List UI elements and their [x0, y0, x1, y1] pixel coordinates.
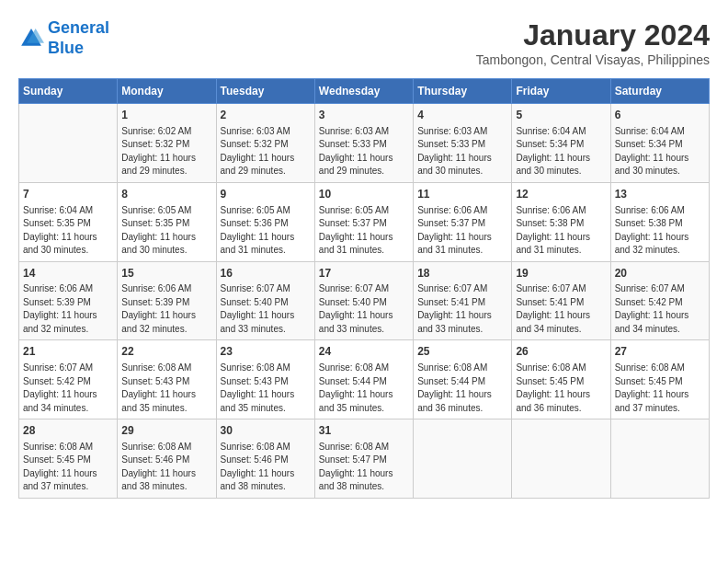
- calendar-cell: 14Sunrise: 6:06 AM Sunset: 5:39 PM Dayli…: [19, 261, 118, 340]
- day-number: 19: [516, 266, 606, 282]
- calendar-cell: 3Sunrise: 6:03 AM Sunset: 5:33 PM Daylig…: [314, 104, 413, 183]
- day-info: Sunrise: 6:07 AM Sunset: 5:40 PM Dayligh…: [221, 282, 311, 336]
- day-number: 11: [417, 187, 507, 202]
- day-info: Sunrise: 6:05 AM Sunset: 5:35 PM Dayligh…: [121, 204, 211, 258]
- calendar-cell: 5Sunrise: 6:04 AM Sunset: 5:34 PM Daylig…: [512, 104, 610, 183]
- day-number: 20: [615, 266, 705, 282]
- main-title: January 2024: [476, 18, 710, 52]
- day-number: 25: [417, 344, 507, 360]
- day-info: Sunrise: 6:08 AM Sunset: 5:45 PM Dayligh…: [516, 362, 606, 415]
- logo-text: General Blue: [48, 18, 109, 58]
- day-info: Sunrise: 6:08 AM Sunset: 5:44 PM Dayligh…: [319, 362, 409, 415]
- day-info: Sunrise: 6:08 AM Sunset: 5:44 PM Dayligh…: [417, 362, 507, 415]
- calendar-cell: 13Sunrise: 6:06 AM Sunset: 5:38 PM Dayli…: [610, 182, 709, 261]
- column-header-monday: Monday: [118, 79, 216, 104]
- day-info: Sunrise: 6:07 AM Sunset: 5:40 PM Dayligh…: [319, 282, 409, 336]
- day-number: 7: [23, 187, 113, 202]
- logo-general: General: [48, 18, 109, 37]
- logo-icon: [18, 26, 44, 52]
- subtitle: Tambongon, Central Visayas, Philippines: [476, 52, 710, 67]
- calendar-cell: 27Sunrise: 6:08 AM Sunset: 5:45 PM Dayli…: [610, 340, 709, 419]
- day-info: Sunrise: 6:08 AM Sunset: 5:46 PM Dayligh…: [221, 441, 311, 494]
- calendar-body: 1Sunrise: 6:02 AM Sunset: 5:32 PM Daylig…: [19, 104, 710, 499]
- day-info: Sunrise: 6:03 AM Sunset: 5:32 PM Dayligh…: [221, 125, 311, 178]
- calendar-cell: 23Sunrise: 6:08 AM Sunset: 5:43 PM Dayli…: [216, 340, 314, 419]
- day-number: 26: [516, 344, 606, 360]
- calendar-cell: 9Sunrise: 6:05 AM Sunset: 5:36 PM Daylig…: [216, 182, 314, 261]
- day-info: Sunrise: 6:04 AM Sunset: 5:34 PM Dayligh…: [516, 125, 606, 178]
- column-header-saturday: Saturday: [610, 79, 709, 104]
- day-info: Sunrise: 6:03 AM Sunset: 5:33 PM Dayligh…: [319, 125, 409, 178]
- day-info: Sunrise: 6:06 AM Sunset: 5:38 PM Dayligh…: [516, 204, 606, 258]
- calendar-cell: 30Sunrise: 6:08 AM Sunset: 5:46 PM Dayli…: [216, 419, 314, 499]
- calendar-cell: [414, 419, 512, 499]
- column-header-wednesday: Wednesday: [314, 79, 413, 104]
- day-info: Sunrise: 6:07 AM Sunset: 5:41 PM Dayligh…: [417, 282, 507, 336]
- day-number: 8: [121, 187, 211, 202]
- day-number: 16: [221, 266, 311, 282]
- calendar-cell: 10Sunrise: 6:05 AM Sunset: 5:37 PM Dayli…: [314, 182, 413, 261]
- calendar-cell: 11Sunrise: 6:06 AM Sunset: 5:37 PM Dayli…: [414, 182, 512, 261]
- calendar-cell: 1Sunrise: 6:02 AM Sunset: 5:32 PM Daylig…: [118, 104, 216, 183]
- day-number: 3: [319, 108, 409, 123]
- day-info: Sunrise: 6:08 AM Sunset: 5:43 PM Dayligh…: [121, 362, 211, 415]
- header: General Blue January 2024 Tambongon, Cen…: [18, 18, 710, 67]
- day-number: 28: [23, 423, 113, 439]
- calendar-header: SundayMondayTuesdayWednesdayThursdayFrid…: [19, 79, 710, 104]
- day-info: Sunrise: 6:06 AM Sunset: 5:39 PM Dayligh…: [121, 282, 211, 336]
- day-number: 10: [319, 187, 409, 202]
- day-number: 15: [121, 266, 211, 282]
- day-number: 22: [121, 344, 211, 360]
- calendar-cell: 22Sunrise: 6:08 AM Sunset: 5:43 PM Dayli…: [118, 340, 216, 419]
- calendar-cell: 18Sunrise: 6:07 AM Sunset: 5:41 PM Dayli…: [414, 261, 512, 340]
- day-number: 12: [516, 187, 606, 202]
- column-header-thursday: Thursday: [414, 79, 512, 104]
- day-info: Sunrise: 6:08 AM Sunset: 5:47 PM Dayligh…: [319, 441, 409, 494]
- header-row: SundayMondayTuesdayWednesdayThursdayFrid…: [19, 79, 710, 104]
- calendar-cell: 19Sunrise: 6:07 AM Sunset: 5:41 PM Dayli…: [512, 261, 610, 340]
- calendar-cell: 6Sunrise: 6:04 AM Sunset: 5:34 PM Daylig…: [610, 104, 709, 183]
- calendar-cell: 29Sunrise: 6:08 AM Sunset: 5:46 PM Dayli…: [118, 419, 216, 499]
- calendar-cell: 7Sunrise: 6:04 AM Sunset: 5:35 PM Daylig…: [19, 182, 118, 261]
- calendar-cell: 15Sunrise: 6:06 AM Sunset: 5:39 PM Dayli…: [118, 261, 216, 340]
- calendar-week-row: 28Sunrise: 6:08 AM Sunset: 5:45 PM Dayli…: [19, 419, 710, 499]
- day-number: 23: [221, 344, 311, 360]
- column-header-sunday: Sunday: [19, 79, 118, 104]
- day-number: 9: [221, 187, 311, 202]
- calendar-cell: [610, 419, 709, 499]
- calendar-cell: [19, 104, 118, 183]
- day-number: 29: [121, 423, 211, 439]
- day-number: 1: [121, 108, 211, 123]
- calendar-cell: 28Sunrise: 6:08 AM Sunset: 5:45 PM Dayli…: [19, 419, 118, 499]
- calendar-cell: 17Sunrise: 6:07 AM Sunset: 5:40 PM Dayli…: [314, 261, 413, 340]
- day-number: 14: [23, 266, 113, 282]
- day-number: 13: [615, 187, 705, 202]
- day-info: Sunrise: 6:04 AM Sunset: 5:34 PM Dayligh…: [615, 125, 705, 178]
- calendar-cell: 16Sunrise: 6:07 AM Sunset: 5:40 PM Dayli…: [216, 261, 314, 340]
- column-header-friday: Friday: [512, 79, 610, 104]
- calendar-cell: 8Sunrise: 6:05 AM Sunset: 5:35 PM Daylig…: [118, 182, 216, 261]
- day-number: 18: [417, 266, 507, 282]
- day-info: Sunrise: 6:05 AM Sunset: 5:37 PM Dayligh…: [319, 204, 409, 258]
- calendar-cell: [512, 419, 610, 499]
- calendar-cell: 12Sunrise: 6:06 AM Sunset: 5:38 PM Dayli…: [512, 182, 610, 261]
- day-info: Sunrise: 6:08 AM Sunset: 5:45 PM Dayligh…: [23, 441, 113, 494]
- day-number: 21: [23, 344, 113, 360]
- day-number: 2: [221, 108, 311, 123]
- calendar-table: SundayMondayTuesdayWednesdayThursdayFrid…: [18, 78, 710, 499]
- day-info: Sunrise: 6:08 AM Sunset: 5:45 PM Dayligh…: [615, 362, 705, 415]
- calendar-cell: 4Sunrise: 6:03 AM Sunset: 5:33 PM Daylig…: [414, 104, 512, 183]
- day-info: Sunrise: 6:06 AM Sunset: 5:38 PM Dayligh…: [615, 204, 705, 258]
- day-info: Sunrise: 6:06 AM Sunset: 5:39 PM Dayligh…: [23, 282, 113, 336]
- calendar-week-row: 1Sunrise: 6:02 AM Sunset: 5:32 PM Daylig…: [19, 104, 710, 183]
- title-area: January 2024 Tambongon, Central Visayas,…: [476, 18, 710, 67]
- logo: General Blue: [18, 18, 109, 58]
- day-number: 30: [221, 423, 311, 439]
- logo-blue: Blue: [48, 39, 109, 59]
- calendar-week-row: 7Sunrise: 6:04 AM Sunset: 5:35 PM Daylig…: [19, 182, 710, 261]
- day-info: Sunrise: 6:07 AM Sunset: 5:42 PM Dayligh…: [23, 362, 113, 415]
- calendar-cell: 20Sunrise: 6:07 AM Sunset: 5:42 PM Dayli…: [610, 261, 709, 340]
- day-info: Sunrise: 6:02 AM Sunset: 5:32 PM Dayligh…: [121, 125, 211, 178]
- calendar-cell: 21Sunrise: 6:07 AM Sunset: 5:42 PM Dayli…: [19, 340, 118, 419]
- day-number: 24: [319, 344, 409, 360]
